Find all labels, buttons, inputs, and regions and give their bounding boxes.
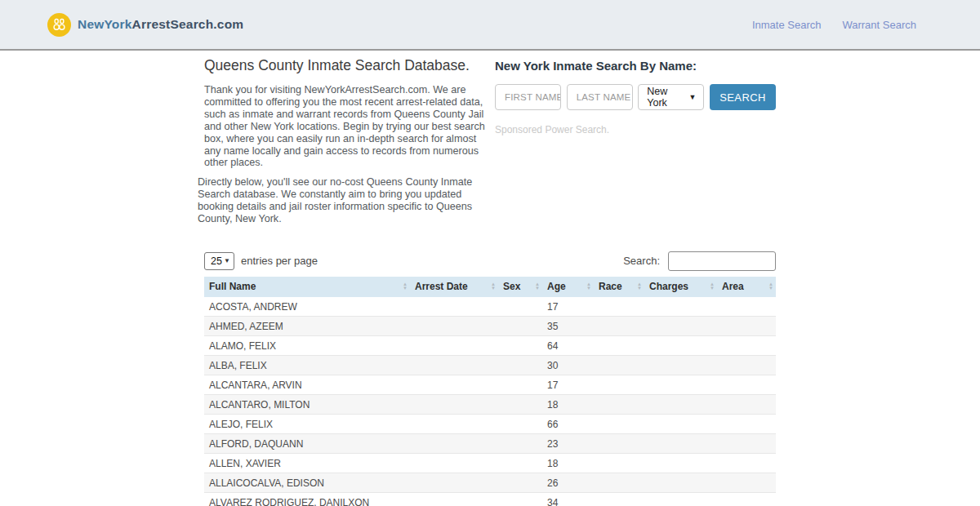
cell-sex [498,493,542,506]
sort-icon[interactable]: ▲▼ [710,282,715,291]
cell-arrest-date [410,336,498,356]
entries-per-page-label: entries per page [241,255,318,267]
cell-age: 17 [542,375,594,395]
cell-full-name: ALLEN, XAVIER [204,454,410,473]
table-row[interactable]: ALCANTARA, ARVIN17 [204,375,776,395]
cell-age: 26 [542,473,594,493]
sort-icon[interactable]: ▲▼ [535,282,540,291]
cell-sex [498,356,542,375]
cell-full-name: ALFORD, DAQUANN [204,434,410,454]
column-header-full-name[interactable]: Full Name▲▼ [204,277,410,297]
cell-charges [644,317,717,336]
cell-sex [498,375,542,395]
cell-full-name: ACOSTA, ANDREW [204,297,410,317]
cell-race [594,336,644,356]
page-size-value: 25 [211,255,222,267]
table-row[interactable]: ALVAREZ RODRIGUEZ, DANILXON34 [204,493,776,506]
table-controls: 25 ▼ entries per page Search: [204,251,776,271]
main-content: Queens County Inmate Search Database. Th… [204,54,776,506]
table-row[interactable]: ALEJO, FELIX66 [204,415,776,434]
site-header: NewYorkArrestSearch.com Inmate Search Wa… [0,0,980,51]
intro-and-form-row: Queens County Inmate Search Database. Th… [204,54,776,233]
inmate-table-body: ACOSTA, ANDREW17AHMED, AZEEM35ALAMO, FEL… [204,297,776,506]
cell-full-name: AHMED, AZEEM [204,317,410,336]
table-row[interactable]: ALAMO, FELIX64 [204,336,776,356]
table-row[interactable]: ALLAICOCALVA, EDISON26 [204,473,776,493]
cell-age: 30 [542,356,594,375]
cell-race [594,356,644,375]
cell-race [594,395,644,415]
table-row[interactable]: ALCANTARO, MILTON18 [204,395,776,415]
cell-area [717,415,776,434]
cell-race [594,297,644,317]
sponsored-note: Sponsored Power Search. [495,124,776,135]
cell-area [717,454,776,473]
cell-race [594,473,644,493]
cell-full-name: ALVAREZ RODRIGUEZ, DANILXON [204,493,410,506]
cell-race [594,415,644,434]
column-header-label: Area [722,281,744,292]
cell-area [717,395,776,415]
cell-arrest-date [410,493,498,506]
cell-charges [644,297,717,317]
sort-icon[interactable]: ▲▼ [637,282,642,291]
column-header-race[interactable]: Race▲▼ [594,277,644,297]
column-header-age[interactable]: Age▲▼ [542,277,594,297]
table-row[interactable]: ALLEN, XAVIER18 [204,454,776,473]
inmate-table: Full Name▲▼Arrest Date▲▼Sex▲▼Age▲▼Race▲▼… [204,277,776,506]
name-search-section: New York Inmate Search By Name: New York… [495,54,776,233]
column-header-charges[interactable]: Charges▲▼ [644,277,717,297]
chevron-down-icon: ▼ [224,257,230,264]
column-header-label: Full Name [209,281,256,292]
cell-charges [644,415,717,434]
cell-sex [498,336,542,356]
page-size-select[interactable]: 25 ▼ [204,252,234,270]
nav-warrant-search[interactable]: Warrant Search [842,19,916,31]
cell-area [717,317,776,336]
cell-age: 23 [542,434,594,454]
table-search-input[interactable] [668,251,776,271]
chevron-down-icon: ▼ [688,93,696,101]
sort-icon[interactable]: ▲▼ [491,282,496,291]
sort-icon[interactable]: ▲▼ [403,282,408,291]
table-row[interactable]: ACOSTA, ANDREW17 [204,297,776,317]
cell-arrest-date [410,434,498,454]
sort-icon[interactable]: ▲▼ [768,282,773,291]
cell-full-name: ALCANTARA, ARVIN [204,375,410,395]
state-select-value: New York [647,86,688,109]
cell-arrest-date [410,297,498,317]
cell-charges [644,375,717,395]
cell-full-name: ALLAICOCALVA, EDISON [204,473,410,493]
table-row[interactable]: ALBA, FELIX30 [204,356,776,375]
cell-full-name: ALEJO, FELIX [204,415,410,434]
top-nav: Inmate Search Warrant Search [752,19,916,31]
cell-area [717,375,776,395]
nav-inmate-search[interactable]: Inmate Search [752,19,822,31]
cell-area [717,336,776,356]
search-button[interactable]: SEARCH [710,84,776,110]
first-name-input[interactable] [495,84,561,110]
table-row[interactable]: AHMED, AZEEM35 [204,317,776,336]
cell-arrest-date [410,454,498,473]
column-header-arrest-date[interactable]: Arrest Date▲▼ [410,277,498,297]
sort-icon[interactable]: ▲▼ [586,282,591,291]
table-row[interactable]: ALFORD, DAQUANN23 [204,434,776,454]
column-header-area[interactable]: Area▲▼ [717,277,776,297]
cell-arrest-date [410,375,498,395]
column-header-sex[interactable]: Sex▲▼ [498,277,542,297]
form-title: New York Inmate Search By Name: [495,59,776,73]
cell-area [717,473,776,493]
cell-sex [498,395,542,415]
cell-age: 18 [542,454,594,473]
cell-full-name: ALAMO, FELIX [204,336,410,356]
cell-area [717,297,776,317]
last-name-input[interactable] [567,84,633,110]
state-select[interactable]: New York ▼ [638,84,704,110]
inmate-table-head: Full Name▲▼Arrest Date▲▼Sex▲▼Age▲▼Race▲▼… [204,277,776,297]
cell-race [594,454,644,473]
brand-name: NewYorkArrestSearch.com [78,17,243,32]
cell-sex [498,317,542,336]
cell-arrest-date [410,356,498,375]
cell-sex [498,415,542,434]
brand-logo[interactable]: NewYorkArrestSearch.com [47,13,243,37]
